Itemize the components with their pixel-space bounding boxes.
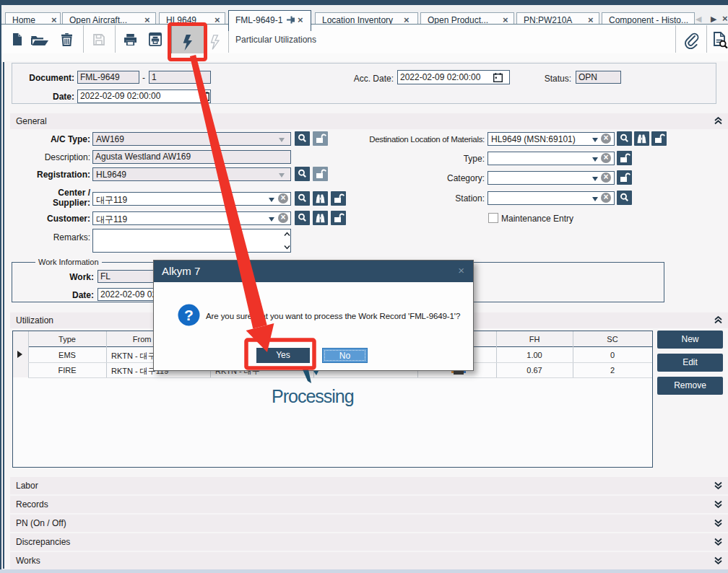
svg-text:?: ? [184,307,194,323]
